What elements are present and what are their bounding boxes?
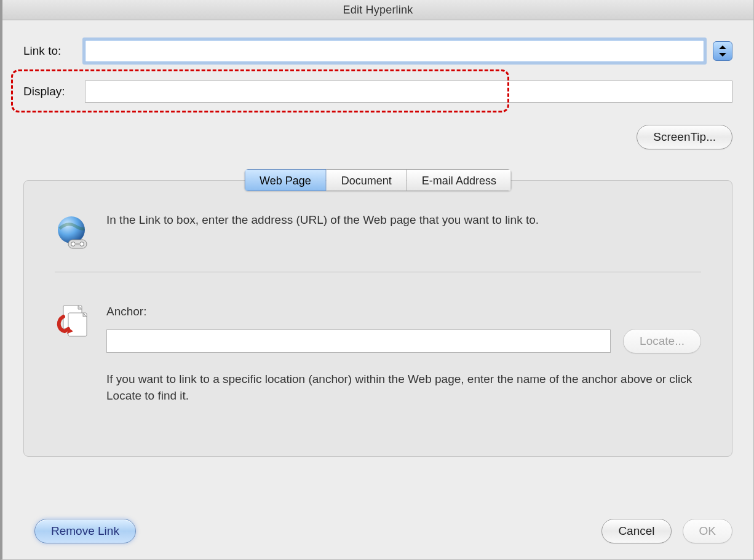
anchor-label: Anchor: bbox=[106, 303, 701, 320]
dialog-footer: Remove Link Cancel OK bbox=[2, 507, 753, 559]
linkto-dropdown-button[interactable] bbox=[713, 41, 732, 61]
dialog-body: Link to: Display: ScreenTip... Web Page … bbox=[2, 20, 753, 507]
url-help-section: In the Link to box, enter the address (U… bbox=[55, 211, 701, 251]
linkto-input[interactable] bbox=[85, 40, 704, 62]
globe-link-icon bbox=[55, 215, 90, 251]
display-input[interactable] bbox=[85, 81, 732, 103]
tab-document[interactable]: Document bbox=[327, 169, 407, 191]
web-page-panel: In the Link to box, enter the address (U… bbox=[23, 180, 732, 457]
cancel-button[interactable]: Cancel bbox=[601, 519, 671, 543]
anchor-input-row: Locate... bbox=[106, 329, 701, 353]
dialog-title: Edit Hyperlink bbox=[2, 0, 753, 20]
link-type-tabs: Web Page Document E-mail Address bbox=[244, 169, 512, 191]
tab-email-address[interactable]: E-mail Address bbox=[407, 169, 512, 191]
svg-rect-4 bbox=[75, 243, 80, 245]
url-help-text: In the Link to box, enter the address (U… bbox=[106, 211, 701, 251]
ok-button[interactable]: OK bbox=[683, 519, 732, 543]
svg-point-3 bbox=[80, 242, 84, 246]
linkto-label: Link to: bbox=[23, 44, 85, 58]
anchor-content: Anchor: Locate... If you want to link to… bbox=[106, 303, 701, 404]
linkto-row: Link to: bbox=[23, 40, 732, 62]
tab-web-page[interactable]: Web Page bbox=[244, 169, 327, 191]
anchor-section: Anchor: Locate... If you want to link to… bbox=[55, 303, 701, 404]
anchor-help-text: If you want to link to a specific locati… bbox=[106, 371, 701, 404]
anchor-input[interactable] bbox=[106, 329, 611, 353]
display-row: Display: bbox=[23, 81, 732, 103]
remove-link-button[interactable]: Remove Link bbox=[34, 519, 136, 543]
link-type-panel-wrap: Web Page Document E-mail Address bbox=[23, 180, 732, 457]
screentip-button[interactable]: ScreenTip... bbox=[637, 125, 732, 149]
svg-point-2 bbox=[71, 242, 76, 246]
screentip-row: ScreenTip... bbox=[23, 125, 732, 149]
locate-button[interactable]: Locate... bbox=[623, 329, 701, 353]
documents-anchor-icon bbox=[55, 303, 90, 339]
panel-divider bbox=[55, 272, 701, 272]
edit-hyperlink-dialog: Edit Hyperlink Link to: Display: ScreenT… bbox=[0, 0, 754, 560]
display-label: Display: bbox=[23, 85, 85, 98]
